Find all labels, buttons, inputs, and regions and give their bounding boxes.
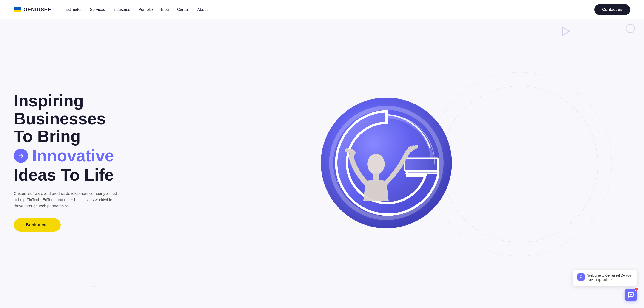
hero-content: Inspiring Businesses To Bring Innovative… — [14, 92, 142, 232]
logo[interactable]: GENIUSEE — [14, 7, 52, 13]
svg-point-11 — [345, 149, 349, 152]
hero-graphic-area — [142, 81, 630, 242]
chat-notification-badge — [635, 287, 638, 291]
ukraine-flag-icon — [14, 7, 21, 12]
svg-point-12 — [337, 180, 339, 182]
book-call-button[interactable]: Book a call — [14, 218, 61, 232]
nav-link-estimator[interactable]: Estimator — [65, 7, 82, 12]
circle-deco-icon — [626, 24, 635, 33]
innovative-row: Innovative — [14, 147, 142, 165]
svg-rect-5 — [373, 173, 379, 180]
logo-text: GENIUSEE — [24, 7, 52, 13]
hero-heading: Inspiring Businesses To Bring — [14, 92, 142, 146]
play-icon — [562, 26, 570, 38]
hero-3d-graphic — [315, 91, 458, 233]
heading-innovative: Innovative — [32, 147, 114, 165]
nav-link-career[interactable]: Career — [177, 7, 189, 12]
svg-rect-3 — [405, 158, 438, 171]
plus-deco-icon: + — [92, 282, 96, 291]
nav-link-blog[interactable]: Blog — [161, 7, 169, 12]
chat-bubble: G Welcome to Geniusee! Do you have a que… — [573, 270, 637, 286]
heading-line5: Ideas To Life — [14, 166, 142, 184]
nav-link-portfolio[interactable]: Portfolio — [138, 7, 152, 12]
chat-brand-icon: G — [577, 273, 585, 281]
contact-us-button[interactable]: Contact us — [594, 4, 630, 15]
svg-point-8 — [414, 145, 418, 149]
hero-section: + Inspiring Businesses To Bring Innovati… — [0, 19, 644, 308]
heading-line1: Inspiring — [14, 92, 84, 110]
nav-link-services[interactable]: Services — [90, 7, 105, 12]
svg-point-13 — [340, 186, 342, 188]
heading-line3: To Bring — [14, 127, 81, 146]
svg-point-4 — [367, 154, 385, 174]
arrow-right-icon — [14, 149, 28, 163]
chat-message: Welcome to Geniusee! Do you have a quest… — [588, 273, 632, 282]
nav-link-about[interactable]: About — [198, 7, 208, 12]
hero-subtext: Custom software and product development … — [14, 190, 120, 209]
nav-link-industries[interactable]: Industries — [113, 7, 130, 12]
heading-line2: Businesses — [14, 110, 106, 128]
navbar: GENIUSEE Estimator Services Industries P… — [0, 0, 644, 19]
chat-widget: G Welcome to Geniusee! Do you have a que… — [573, 270, 637, 301]
chat-launcher-button[interactable] — [625, 289, 637, 301]
geniusee-3d-logo — [315, 91, 458, 233]
nav-links: Estimator Services Industries Portfolio … — [65, 7, 594, 12]
